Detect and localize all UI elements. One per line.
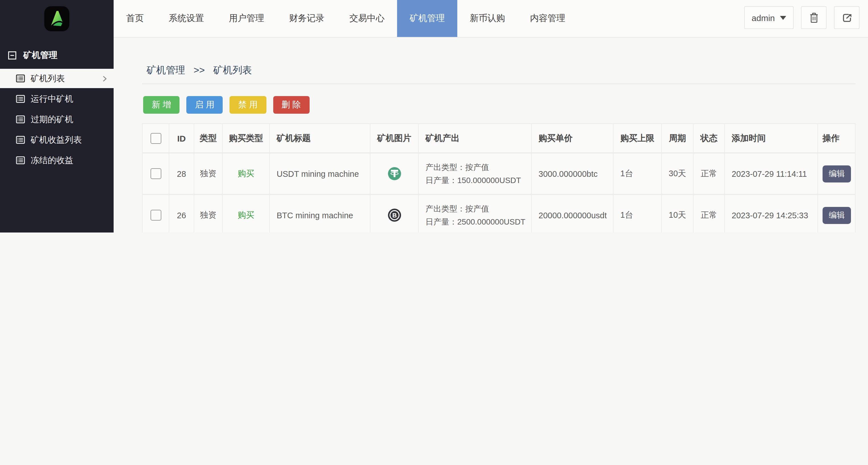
btc-coin-icon	[388, 209, 401, 222]
sidebar-item-label: 矿机列表	[31, 73, 65, 84]
nav-item-new-coin-subscription[interactable]: 新币认购	[457, 0, 518, 37]
nav-item-miner-management[interactable]: 矿机管理	[397, 0, 457, 37]
sidebar-item-frozen-earnings[interactable]: 冻结的收益	[0, 151, 114, 170]
cell-price: 20000.000000usdt	[532, 195, 614, 233]
cell-id: 26	[169, 195, 194, 233]
user-menu-button[interactable]: admin	[744, 6, 794, 29]
table-header-row: ID 类型 购买类型 矿机标题 矿机图片 矿机产出 购买单价 购买上限 周期 状…	[142, 124, 856, 153]
chevron-right-icon	[103, 75, 107, 82]
nav-item-user-management[interactable]: 用户管理	[216, 0, 277, 37]
sidebar-item-miner-list[interactable]: 矿机列表	[0, 69, 114, 88]
cell-buy-type: 购买	[223, 195, 270, 233]
table-row: 26 独资 购买 BTC mining machine 产出类型：按产值 日产量…	[142, 195, 856, 233]
cell-added: 2023-07-29 11:14:11	[725, 153, 818, 194]
list-icon	[16, 95, 25, 103]
cell-limit: 1台	[614, 195, 662, 233]
sidebar: 矿机管理 矿机列表 运行中矿机 过期的矿机 矿机收益列表 冻结的收益	[0, 0, 114, 233]
nav-item-content-management[interactable]: 内容管理	[518, 0, 578, 37]
sidebar-item-label: 冻结的收益	[31, 155, 73, 166]
miner-table: ID 类型 购买类型 矿机标题 矿机图片 矿机产出 购买单价 购买上限 周期 状…	[142, 123, 856, 233]
table-row: 28 独资 购买 USDT mining machine 产出类型：按产值 日产…	[142, 153, 856, 195]
add-button[interactable]: 新 增	[143, 96, 180, 114]
cell-status: 正常	[693, 153, 725, 194]
cell-period: 30天	[662, 153, 693, 194]
col-price: 购买单价	[532, 124, 614, 152]
col-type: 类型	[194, 124, 223, 152]
sidebar-item-label: 过期的矿机	[31, 114, 73, 125]
cell-buy-type: 购买	[223, 153, 270, 194]
col-actions: 操作	[818, 124, 856, 152]
cell-limit: 1台	[614, 153, 662, 194]
cell-title: BTC mining machine	[270, 195, 370, 233]
sidebar-group-mining[interactable]: 矿机管理	[0, 45, 114, 65]
main-content: 矿机管理 >> 矿机列表 新 增 启 用 禁 用 删 除 ID 类型 购买类型 …	[114, 37, 868, 233]
cell-type: 独资	[194, 195, 223, 233]
col-title: 矿机标题	[270, 124, 370, 152]
enable-button[interactable]: 启 用	[186, 96, 223, 114]
cell-type: 独资	[194, 153, 223, 194]
col-image: 矿机图片	[370, 124, 418, 152]
disable-button[interactable]: 禁 用	[230, 96, 266, 114]
logo	[0, 0, 114, 37]
nav-item-home[interactable]: 首页	[114, 0, 156, 37]
sidebar-item-label: 运行中矿机	[31, 93, 73, 104]
list-icon	[16, 75, 25, 82]
breadcrumb-page[interactable]: 矿机列表	[213, 65, 252, 76]
logout-button[interactable]	[834, 6, 860, 29]
row-checkbox[interactable]	[150, 168, 161, 179]
logout-icon	[842, 12, 852, 23]
cell-output: 产出类型：按产值 日产量：2500.000000USDT	[418, 195, 532, 233]
cell-status: 正常	[693, 195, 725, 233]
delete-button[interactable]: 删 除	[273, 96, 309, 114]
usdt-coin-icon	[388, 167, 401, 180]
brand-logo-icon	[44, 6, 69, 31]
nav-item-system-settings[interactable]: 系统设置	[156, 0, 216, 37]
sidebar-item-running-miners[interactable]: 运行中矿机	[0, 89, 114, 109]
cell-period: 10天	[662, 195, 693, 233]
breadcrumb-separator: >>	[193, 65, 205, 76]
row-checkbox[interactable]	[150, 210, 161, 221]
cell-id: 28	[169, 153, 194, 194]
col-buy-type: 购买类型	[223, 124, 270, 152]
cell-output: 产出类型：按产值 日产量：150.000000USDT	[418, 153, 532, 194]
col-status: 状态	[693, 124, 725, 152]
username: admin	[751, 13, 775, 23]
nav-item-trade-center[interactable]: 交易中心	[337, 0, 397, 37]
col-limit: 购买上限	[614, 124, 662, 152]
select-all-checkbox[interactable]	[150, 133, 161, 144]
trash-icon	[809, 12, 819, 23]
breadcrumb: 矿机管理 >> 矿机列表	[142, 37, 856, 84]
topbar-actions: admin	[744, 6, 860, 29]
nav-item-finance-records[interactable]: 财务记录	[277, 0, 337, 37]
col-added: 添加时间	[725, 124, 818, 152]
sidebar-item-expired-miners[interactable]: 过期的矿机	[0, 110, 114, 129]
sidebar-item-miner-earnings[interactable]: 矿机收益列表	[0, 130, 114, 149]
col-output: 矿机产出	[418, 124, 532, 152]
list-icon	[16, 115, 25, 123]
top-navigation: 首页 系统设置 用户管理 财务记录 交易中心 矿机管理 新币认购 内容管理	[114, 0, 578, 37]
edit-button[interactable]: 编辑	[823, 207, 851, 224]
admin-console: 矿机管理 矿机列表 运行中矿机 过期的矿机 矿机收益列表 冻结的收益 首页 系统…	[0, 0, 868, 233]
cell-price: 3000.000000btc	[532, 153, 614, 194]
col-period: 周期	[662, 124, 693, 152]
cell-added: 2023-07-29 14:25:33	[725, 195, 818, 233]
list-icon	[16, 136, 25, 144]
list-icon	[16, 156, 25, 164]
topbar: 首页 系统设置 用户管理 财务记录 交易中心 矿机管理 新币认购 内容管理 ad…	[114, 0, 868, 37]
trash-button[interactable]	[801, 6, 827, 29]
cell-title: USDT mining machine	[270, 153, 370, 194]
sidebar-item-label: 矿机收益列表	[31, 135, 82, 145]
toolbar: 新 增 启 用 禁 用 删 除	[142, 96, 868, 114]
edit-button[interactable]: 编辑	[823, 165, 851, 182]
sidebar-group-label: 矿机管理	[23, 50, 57, 61]
caret-down-icon	[780, 16, 786, 20]
breadcrumb-section[interactable]: 矿机管理	[147, 65, 185, 76]
collapse-icon	[8, 51, 17, 59]
col-id: ID	[169, 124, 194, 152]
